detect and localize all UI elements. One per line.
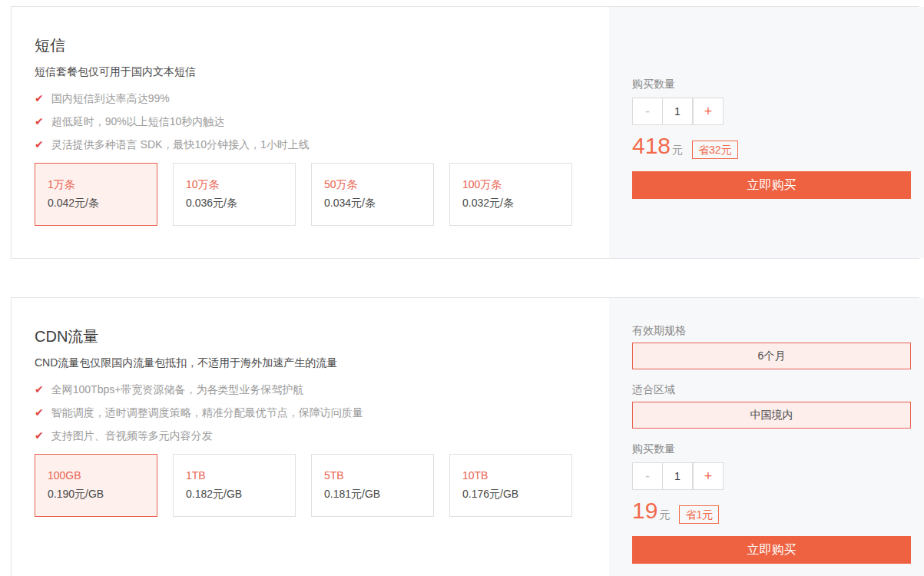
buy-now-button[interactable]: 立即购买 bbox=[632, 171, 911, 199]
total-price: 19 bbox=[632, 498, 657, 524]
package-name: 10万条 bbox=[186, 177, 283, 192]
check-icon: ✔ bbox=[35, 87, 44, 110]
package-unit-price: 0.034元/条 bbox=[324, 194, 421, 211]
package-unit-price: 0.176元/GB bbox=[462, 485, 559, 502]
price-unit: 元 bbox=[672, 144, 683, 157]
package-option-1tb[interactable]: 1TB 0.182元/GB bbox=[173, 454, 296, 517]
increase-quantity-button[interactable]: + bbox=[693, 98, 724, 125]
feature-text: 超低延时，90%以上短信10秒内触达 bbox=[51, 110, 225, 133]
price-row: 19 元 省1元 bbox=[632, 498, 911, 524]
sms-purchase-panel: 购买数量 - + 418 元 省32元 立即购买 bbox=[609, 7, 924, 258]
cdn-product-card: CDN流量 CND流量包仅限国内流量包抵扣，不适用于海外加速产生的流量 ✔ 全网… bbox=[11, 297, 919, 576]
package-name: 10TB bbox=[462, 468, 559, 483]
quantity-input[interactable] bbox=[662, 462, 693, 490]
check-icon: ✔ bbox=[35, 133, 44, 156]
check-icon: ✔ bbox=[35, 401, 44, 424]
package-unit-price: 0.182元/GB bbox=[186, 485, 283, 502]
feature-text: 支持图片、音视频等多元内容分发 bbox=[51, 424, 213, 447]
feature-item: ✔ 灵活提供多种语言 SDK，最快10分钟接入，1小时上线 bbox=[35, 133, 588, 156]
package-option-10k[interactable]: 1万条 0.042元/条 bbox=[35, 163, 157, 226]
cdn-purchase-panel: 有效期规格 6个月 适合区域 中国境内 购买数量 - + 19 元 省1元 立即… bbox=[609, 298, 924, 576]
decrease-quantity-button[interactable]: - bbox=[632, 98, 663, 125]
check-icon: ✔ bbox=[35, 378, 44, 401]
feature-item: ✔ 支持图片、音视频等多元内容分发 bbox=[35, 424, 588, 447]
feature-text: 全网100Tbps+带宽资源储备，为各类型业务保驾护航 bbox=[51, 378, 304, 401]
package-unit-price: 0.032元/条 bbox=[462, 194, 559, 211]
sms-card-title: 短信 bbox=[35, 35, 588, 56]
region-label: 适合区域 bbox=[632, 382, 911, 397]
buy-now-button[interactable]: 立即购买 bbox=[632, 536, 911, 564]
package-option-100k[interactable]: 10万条 0.036元/条 bbox=[173, 163, 296, 226]
increase-quantity-button[interactable]: + bbox=[693, 462, 724, 490]
feature-item: ✔ 国内短信到达率高达99% bbox=[35, 87, 588, 110]
quantity-label: 购买数量 bbox=[632, 76, 911, 91]
region-option-selected[interactable]: 中国境内 bbox=[632, 402, 911, 429]
package-option-100gb[interactable]: 100GB 0.190元/GB bbox=[35, 454, 157, 517]
package-name: 1TB bbox=[186, 468, 283, 483]
feature-item: ✔ 超低延时，90%以上短信10秒内触达 bbox=[35, 110, 588, 133]
package-option-5tb[interactable]: 5TB 0.181元/GB bbox=[311, 454, 434, 517]
decrease-quantity-button[interactable]: - bbox=[632, 462, 663, 490]
check-icon: ✔ bbox=[35, 424, 44, 447]
feature-item: ✔ 全网100Tbps+带宽资源储备，为各类型业务保驾护航 bbox=[35, 378, 588, 401]
feature-text: 国内短信到达率高达99% bbox=[51, 87, 170, 110]
sms-card-subtitle: 短信套餐包仅可用于国内文本短信 bbox=[35, 64, 588, 79]
package-unit-price: 0.181元/GB bbox=[324, 485, 421, 502]
price-unit: 元 bbox=[659, 508, 670, 522]
price-row: 418 元 省32元 bbox=[632, 133, 911, 159]
package-name: 50万条 bbox=[324, 177, 421, 192]
quantity-input[interactable] bbox=[662, 98, 693, 125]
package-unit-price: 0.036元/条 bbox=[186, 194, 283, 211]
discount-badge: 省32元 bbox=[692, 141, 738, 159]
cdn-card-content: CDN流量 CND流量包仅限国内流量包抵扣，不适用于海外加速产生的流量 ✔ 全网… bbox=[12, 298, 609, 576]
cdn-feature-list: ✔ 全网100Tbps+带宽资源储备，为各类型业务保驾护航 ✔ 智能调度，适时调… bbox=[35, 378, 588, 447]
pricing-page: 短信 短信套餐包仅可用于国内文本短信 ✔ 国内短信到达率高达99% ✔ 超低延时… bbox=[0, 0, 924, 576]
cdn-card-subtitle: CND流量包仅限国内流量包抵扣，不适用于海外加速产生的流量 bbox=[35, 355, 588, 370]
feature-text: 智能调度，适时调整调度策略，精准分配最优节点，保障访问质量 bbox=[51, 401, 363, 424]
validity-label: 有效期规格 bbox=[632, 323, 911, 338]
package-unit-price: 0.042元/条 bbox=[48, 194, 144, 211]
feature-item: ✔ 智能调度，适时调整调度策略，精准分配最优节点，保障访问质量 bbox=[35, 401, 588, 424]
cdn-package-options: 100GB 0.190元/GB 1TB 0.182元/GB 5TB 0.181元… bbox=[35, 454, 588, 517]
quantity-stepper: - + bbox=[632, 98, 911, 125]
package-option-1m[interactable]: 100万条 0.032元/条 bbox=[449, 163, 572, 226]
package-name: 100GB bbox=[48, 468, 144, 483]
package-name: 100万条 bbox=[462, 177, 559, 192]
sms-card-content: 短信 短信套餐包仅可用于国内文本短信 ✔ 国内短信到达率高达99% ✔ 超低延时… bbox=[12, 7, 609, 258]
sms-package-options: 1万条 0.042元/条 10万条 0.036元/条 50万条 0.034元/条… bbox=[35, 163, 588, 226]
package-unit-price: 0.190元/GB bbox=[48, 485, 144, 502]
validity-option-selected[interactable]: 6个月 bbox=[632, 343, 911, 369]
quantity-stepper: - + bbox=[632, 462, 911, 490]
package-option-10tb[interactable]: 10TB 0.176元/GB bbox=[449, 454, 572, 517]
package-option-500k[interactable]: 50万条 0.034元/条 bbox=[311, 163, 434, 226]
package-name: 5TB bbox=[324, 468, 421, 483]
quantity-label: 购买数量 bbox=[632, 441, 911, 456]
total-price: 418 bbox=[632, 133, 671, 159]
sms-product-card: 短信 短信套餐包仅可用于国内文本短信 ✔ 国内短信到达率高达99% ✔ 超低延时… bbox=[11, 6, 919, 259]
package-name: 1万条 bbox=[48, 177, 144, 192]
feature-text: 灵活提供多种语言 SDK，最快10分钟接入，1小时上线 bbox=[51, 133, 310, 156]
cdn-card-title: CDN流量 bbox=[35, 326, 588, 347]
discount-badge: 省1元 bbox=[679, 505, 719, 524]
sms-feature-list: ✔ 国内短信到达率高达99% ✔ 超低延时，90%以上短信10秒内触达 ✔ 灵活… bbox=[35, 87, 588, 156]
check-icon: ✔ bbox=[35, 110, 44, 133]
